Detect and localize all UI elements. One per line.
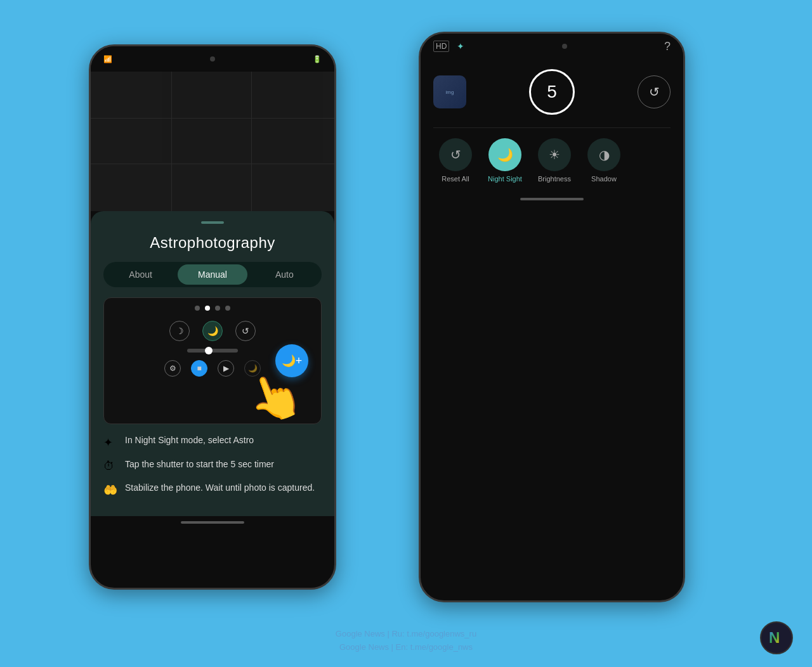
left-home-bar [91, 516, 334, 529]
reset-all-label: Reset All [442, 175, 469, 183]
ai-stars-icon: ✦ [457, 41, 464, 51]
sparkle-icon: ✦ [103, 436, 117, 450]
right-home-bar [421, 193, 683, 205]
instructions: ✦ In Night Sight mode, select Astro ⏱ Ta… [103, 434, 322, 506]
flip-camera-button[interactable]: ↺ [638, 75, 671, 108]
tab-bar: About Manual Auto [103, 262, 322, 287]
left-status-bar: 📶 🔋 [91, 46, 334, 72]
right-home-indicator [520, 198, 584, 200]
bottom-sheet: Astrophotography About Manual Auto ☽ [91, 211, 334, 516]
footer: Google News | Ru: t.me/googlenws_ru Goog… [0, 628, 812, 654]
modes-row: ↺ Reset All 🌙 Night Sight ☀ Brightness ◑ [433, 138, 671, 183]
gallery-thumbnail[interactable]: img [433, 75, 466, 108]
preview-dots [104, 298, 321, 316]
tab-manual[interactable]: Manual [178, 264, 247, 285]
flip-camera-icon: ↺ [649, 84, 660, 100]
reset-all-icon: ↺ [439, 138, 472, 171]
dot-1 [195, 306, 200, 311]
preview-moon-icon[interactable]: 🌙 [244, 360, 261, 377]
preview-record-icon[interactable]: ■ [191, 360, 207, 377]
preview-slider[interactable] [187, 349, 238, 353]
timer-icon: ⏱ [103, 460, 117, 473]
night-sight-label: Night Sight [488, 175, 522, 183]
left-battery-icon: 🔋 [313, 55, 322, 63]
google-n-icon: N [766, 628, 787, 648]
help-icon[interactable]: ? [664, 40, 671, 53]
stabilize-icon: 🤲 [103, 483, 117, 497]
divider [433, 127, 671, 128]
dot-4 [225, 306, 230, 311]
left-grid [91, 72, 334, 211]
preview-icon-moon[interactable]: 🌙 [202, 321, 223, 341]
left-home-indicator [181, 521, 244, 524]
right-status-right: ? [664, 40, 671, 53]
dot-2 [205, 306, 210, 311]
grid-v1 [171, 72, 172, 211]
sheet-title: Astrophotography [150, 234, 275, 252]
shadow-label: Shadow [591, 175, 617, 183]
preview-icon-3: ↺ [235, 321, 256, 341]
preview-icons-row: ☽ 🌙 ↺ [104, 316, 321, 346]
tab-auto[interactable]: Auto [250, 264, 319, 285]
night-sight-icon: 🌙 [488, 138, 521, 171]
instruction-1: ✦ In Night Sight mode, select Astro [103, 434, 322, 450]
right-top-bar-icons: HD ✦ [433, 41, 464, 52]
instruction-text-1: In Night Sight mode, select Astro [125, 434, 254, 447]
mode-shadow[interactable]: ◑ Shadow [582, 138, 626, 183]
preview-inner: ☽ 🌙 ↺ ⚙ [104, 298, 321, 424]
instruction-text-3: Stabilize the phone. Wait until photo is… [125, 482, 315, 495]
shutter-button[interactable]: 5 [529, 69, 575, 115]
google-n-logo: N [760, 621, 793, 654]
camera-bottom: img 5 ↺ ↺ Reset All � [421, 59, 683, 193]
gallery-thumb-inner: img [433, 75, 466, 108]
instruction-text-2: Tap the shutter to start the 5 sec timer [125, 458, 274, 471]
left-phone: 📶 🔋 Astrophotography About Manual Auto [89, 44, 336, 590]
hd-icon: HD [433, 41, 449, 52]
shutter-countdown: 5 [547, 82, 557, 102]
right-notch [562, 44, 567, 49]
brightness-icon: ☀ [538, 138, 571, 171]
preview-settings-icon[interactable]: ⚙ [164, 360, 181, 377]
svg-text:N: N [769, 629, 780, 646]
brightness-label: Brightness [538, 175, 571, 183]
grid-v2 [251, 72, 252, 211]
instruction-3: 🤲 Stabilize the phone. Wait until photo … [103, 482, 322, 497]
instruction-2: ⏱ Tap the shutter to start the 5 sec tim… [103, 458, 322, 473]
grid-h2 [91, 164, 334, 164]
right-phone: HD ✦ ? Macro is off 🚫 ✦ [419, 32, 685, 602]
left-status-right: 🔋 [313, 55, 322, 63]
sheet-handle[interactable] [201, 221, 224, 224]
shutter-row: img 5 ↺ [433, 69, 671, 115]
camera-ui-preview: ☽ 🌙 ↺ ⚙ [103, 297, 322, 424]
preview-icon-1: ☽ [169, 321, 190, 341]
left-sim-icon: 📶 [103, 55, 112, 63]
shadow-icon: ◑ [587, 138, 620, 171]
footer-line-2: Google News | En: t.me/google_nws [0, 641, 812, 654]
mode-night-sight[interactable]: 🌙 Night Sight [483, 138, 527, 183]
right-status-bar: HD ✦ ? [421, 34, 683, 59]
mode-brightness[interactable]: ☀ Brightness [532, 138, 577, 183]
preview-video-icon[interactable]: ▶ [218, 360, 234, 377]
tab-about[interactable]: About [106, 264, 175, 285]
mode-reset-all[interactable]: ↺ Reset All [433, 138, 478, 183]
preview-slider-thumb [205, 347, 213, 354]
left-camera-preview [91, 72, 334, 211]
dot-3 [215, 306, 220, 311]
left-notch [210, 56, 215, 62]
footer-line-1: Google News | Ru: t.me/googlenws_ru [0, 628, 812, 641]
grid-h1 [91, 118, 334, 119]
